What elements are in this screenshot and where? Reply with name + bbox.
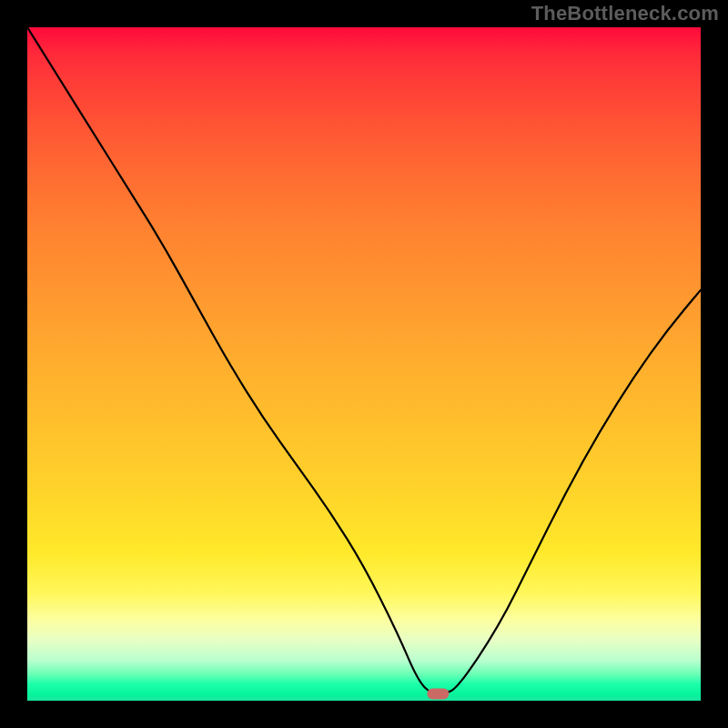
chart-frame: TheBottleneck.com: [0, 0, 728, 728]
optimal-marker: [427, 689, 449, 700]
plot-area: [27, 27, 701, 701]
watermark-text: TheBottleneck.com: [531, 2, 719, 25]
curve-svg: [27, 27, 701, 701]
bottleneck-curve: [27, 27, 701, 694]
